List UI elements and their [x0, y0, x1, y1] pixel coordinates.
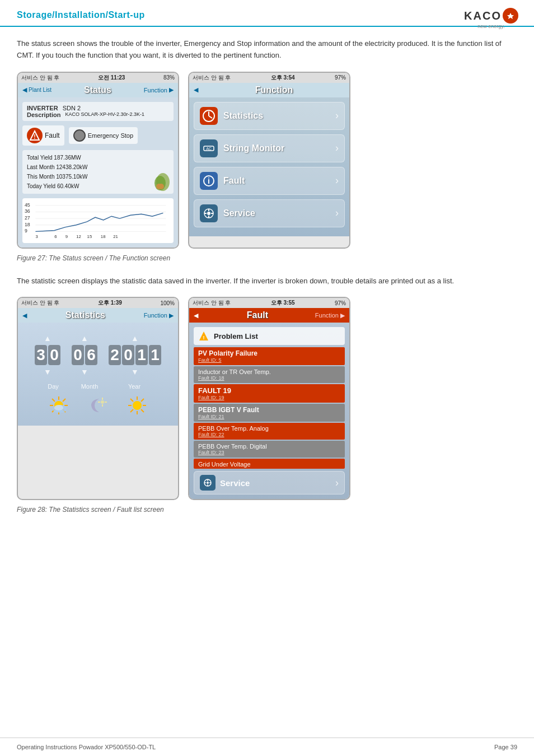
fault-item-3[interactable]: FAULT 19 Fault ID: 19: [194, 384, 345, 403]
phone1-back-btn[interactable]: ◀ Plant List: [22, 86, 51, 94]
phone3-body: ▲ 3 0 ▼ ▲ 0 6 ▼: [18, 323, 178, 426]
phone1-forward-btn[interactable]: Function ▶: [144, 86, 174, 94]
month-digit-1: 0: [72, 345, 84, 365]
footer-right: Page 39: [494, 744, 517, 750]
back-icon3: ◀: [22, 312, 27, 319]
emergency-button[interactable]: Emergency Stop: [69, 127, 138, 144]
year-up-arrow[interactable]: ▲: [131, 334, 139, 343]
service-chevron: ›: [335, 207, 339, 219]
day-down-arrow[interactable]: ▼: [44, 367, 51, 376]
month-digit-2: 6: [85, 345, 97, 365]
day-up-arrow[interactable]: ▲: [44, 334, 51, 343]
fault-button[interactable]: ! Fault: [22, 125, 64, 146]
month-down-arrow[interactable]: ▼: [81, 367, 88, 376]
statistics-label: Statistics: [223, 111, 263, 121]
phone4-back-btn[interactable]: ◀: [194, 312, 200, 319]
fault-id-4: Fault ID: 21: [198, 414, 340, 419]
year-digit-1: 2: [109, 345, 121, 365]
fault-item-6[interactable]: PEBB Over Temp. Digital Fault ID: 23: [194, 441, 345, 458]
fault-item-2[interactable]: Inductor or TR Over Temp. Fault ID: 18: [194, 366, 345, 383]
svg-point-47: [54, 405, 63, 410]
svg-text:21: 21: [113, 234, 118, 239]
statistics-icon: [200, 107, 218, 125]
problem-list-header: ! Problem List: [194, 327, 345, 345]
today-yield: Today Yield 60.40kW: [27, 181, 87, 191]
forward-icon3: ▶: [169, 312, 174, 319]
phone3-back-btn[interactable]: ◀: [22, 312, 27, 319]
phone2-nav: ◀ Function: [189, 83, 349, 97]
page-title: Storage/Installation/Start-up: [17, 10, 145, 20]
section1-content: The status screen shows the trouble of t…: [0, 27, 534, 514]
phone4-time: 오후 3:55: [271, 299, 295, 307]
fault-item-5[interactable]: PEBB Over Temp. Analog Fault ID: 22: [194, 423, 345, 440]
service-btn-row[interactable]: Service ›: [194, 471, 345, 494]
this-month: This Month 10375.10kW: [27, 172, 87, 181]
mini-chart: 45 36 27 18 9 3: [22, 198, 174, 243]
svg-point-53: [133, 401, 142, 410]
month-label: Month: [76, 383, 104, 390]
service-label: Service: [223, 208, 255, 218]
phone3-forward-btn[interactable]: Function ▶: [144, 312, 174, 319]
svg-text:AC: AC: [206, 147, 212, 151]
string-monitor-label: String Monitor: [223, 143, 284, 153]
fault-item-7[interactable]: Grid Under Voltage: [194, 459, 345, 469]
phone4-nav-title: Fault: [203, 310, 312, 320]
phone1-back-label: Plant List: [29, 87, 51, 93]
logo-a: A: [474, 10, 481, 22]
svg-text:!: !: [203, 335, 205, 340]
svg-text:i: i: [208, 176, 210, 185]
svg-text:18: 18: [25, 221, 30, 227]
description-label: Description: [27, 111, 61, 118]
service-btn-icon: [200, 475, 216, 491]
fault-name-5: PEBB Over Temp. Analog: [198, 425, 340, 432]
phone2-time: 오후 3:54: [271, 74, 295, 82]
phone3-nav-title: Statistics: [30, 310, 140, 320]
function-item-fault[interactable]: i Fault ›: [194, 167, 345, 195]
statistics-chevron: ›: [335, 110, 339, 122]
fault-function-label: Fault: [223, 176, 245, 186]
svg-text:9: 9: [65, 234, 68, 239]
svg-line-41: [52, 399, 55, 402]
phone4-forward-btn[interactable]: Function ▶: [315, 312, 345, 319]
svg-text:45: 45: [25, 202, 30, 207]
svg-line-58: [130, 399, 133, 402]
weather-icon-sun1: [45, 394, 73, 417]
screenshots-row-1: 서비스 안 됨 후 오전 11:23 83% ◀ Plant List Stat…: [17, 72, 517, 249]
svg-line-59: [141, 409, 144, 412]
inverter-label: INVERTER: [27, 105, 58, 111]
year-label: Year: [115, 383, 154, 390]
logo-o: O: [491, 10, 500, 22]
phone2-back-btn[interactable]: ◀: [194, 86, 200, 94]
logo-circle: [503, 8, 518, 24]
fault-item-4[interactable]: PEBB IGBT V Fault Fault ID: 21: [194, 404, 345, 422]
forward-icon: ▶: [169, 86, 174, 94]
phone3-status-bar: 서비스 안 됨 후 오후 1:39 100%: [18, 298, 178, 308]
fault-name-3: FAULT 19: [198, 386, 340, 395]
service-icon: [200, 204, 218, 222]
phone1-status-bar: 서비스 안 됨 후 오전 11:23 83%: [18, 73, 178, 83]
phone1-signal: 서비스 안 됨 후: [21, 74, 59, 82]
fault-id-1: Fault ID: 5: [198, 357, 340, 363]
svg-point-31: [207, 212, 210, 215]
svg-line-25: [209, 116, 212, 118]
last-month: Last Month 12438.20kW: [27, 162, 87, 172]
year-down-arrow[interactable]: ▼: [131, 367, 139, 376]
phone4-battery: 97%: [335, 300, 346, 306]
function-item-statistics[interactable]: Statistics ›: [194, 102, 345, 130]
day-col: ▲ 3 0 ▼: [35, 334, 60, 376]
month-digits: 0 6: [72, 345, 97, 365]
description-value: KACO SOLAR-XP-HV-2.30r-2.3K-1: [65, 111, 145, 118]
inverter-row1: INVERTER SDN 2: [27, 105, 169, 111]
phone1-forward-label: Function: [144, 87, 167, 94]
problem-list-label: Problem List: [214, 332, 258, 340]
yield-info: Total Yield 187.36MW Last Month 12438.20…: [22, 150, 174, 194]
phone3-time: 오후 1:39: [98, 299, 122, 307]
fault-id-6: Fault ID: 23: [198, 450, 340, 455]
function-item-string-monitor[interactable]: AC String Monitor ›: [194, 134, 345, 162]
phone3-nav: ◀ Statistics Function ▶: [18, 308, 178, 323]
fault-function-chevron: ›: [335, 175, 339, 186]
fault-item-1[interactable]: PV Polarity Failure Fault ID: 5: [194, 347, 345, 365]
function-item-service[interactable]: Service ›: [194, 199, 345, 227]
month-up-arrow[interactable]: ▲: [81, 334, 88, 343]
section2-description: The statistic screen displays the statis…: [17, 276, 517, 287]
